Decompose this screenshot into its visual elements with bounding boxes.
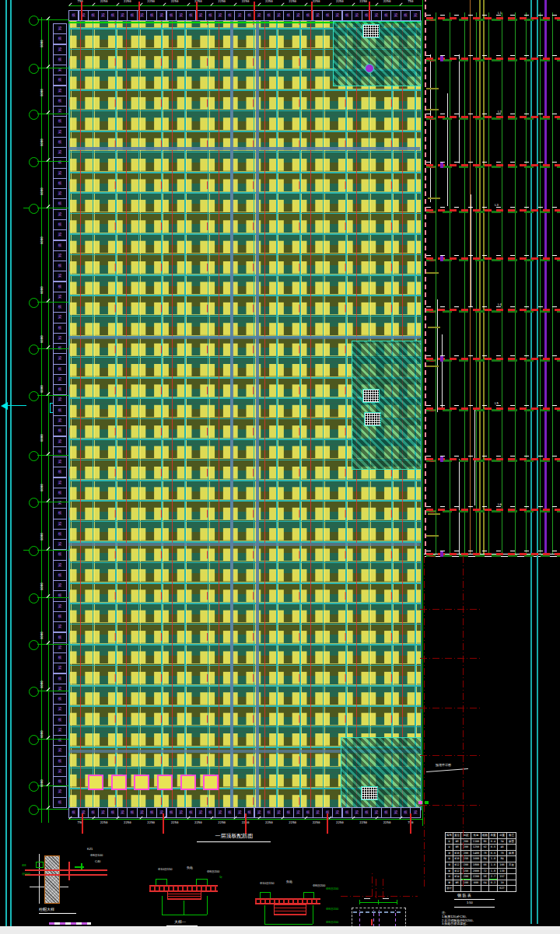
red-extension-tick: [369, 2, 370, 20]
grid-label-box: 板: [88, 10, 98, 21]
table-cell: 单重: [489, 833, 497, 838]
grid-label-box: 梁: [215, 807, 225, 818]
axis-dashdot-line: [376, 877, 376, 898]
mesh-symbol: [364, 412, 381, 426]
detail-slab-1[interactable]: ≈ 大样一: [146, 865, 240, 931]
grid-label-box: 梁: [53, 560, 67, 571]
table-cell: 0.4: [489, 839, 497, 845]
axis-tick-line: [37, 455, 68, 456]
table-caption-underline: [454, 899, 495, 900]
table-cell: 130: [498, 869, 506, 874]
sheet-title-underline: [197, 841, 271, 842]
beam-red-dashes: [426, 358, 560, 360]
plan-band-v1: [230, 20, 233, 809]
grid-label-box: 梁: [313, 807, 323, 818]
left-border-line-2: [10, 0, 12, 926]
grid-label-box: 板: [362, 807, 372, 818]
dim-text: 6000: [40, 681, 44, 689]
dim-text: 6000: [40, 89, 44, 97]
grid-label-box: 梁: [79, 10, 89, 21]
grid-label-box: 板: [53, 715, 67, 726]
table-cell: [453, 886, 460, 891]
dim-bracket: [162, 915, 207, 915]
table-cell: [507, 880, 516, 886]
beam-red-dashes: [426, 209, 560, 212]
axis-tick-line: [37, 550, 68, 551]
table-cell: [471, 886, 481, 891]
dim-text: 6000: [40, 187, 44, 195]
grid-label-box: 板: [127, 10, 137, 21]
grid-label-box: 板: [166, 10, 177, 21]
elevation-grid-line: [502, 12, 502, 554]
grid-label-box: 梁: [195, 807, 205, 818]
magenta-rebar-block: [180, 775, 196, 790]
dim-text: 6000: [40, 631, 44, 639]
table-cell: Φ12: [453, 869, 460, 874]
table-cell: 72: [481, 869, 488, 874]
axis-tick-line: [37, 161, 68, 162]
table-cell: 900: [471, 880, 481, 886]
grid-label-box: 板: [53, 178, 67, 189]
magenta-rebar-block: [203, 775, 219, 790]
grid-label-box: 梁: [313, 10, 323, 21]
leader-text: 预埋件详图: [436, 764, 451, 768]
beam-white-dashes: [426, 114, 560, 114]
axis-dashdot-line: [420, 658, 481, 659]
dim-text: 2250: [334, 821, 346, 825]
column-section: [44, 855, 60, 904]
grid-label-box: 梁: [53, 498, 67, 509]
magenta-rebar-block: [157, 775, 173, 790]
elevation-grid-line: [476, 12, 477, 554]
grid-label-box: 梁: [215, 10, 225, 21]
stirrup-mark: [81, 863, 82, 869]
leader-text: C40: [95, 860, 100, 864]
grid-label-box: 梁: [53, 44, 67, 55]
table-cell: Φ10: [453, 856, 460, 862]
grid-label-box: 板: [283, 807, 293, 818]
detail-column-cap[interactable]: 柱帽大样: [22, 844, 138, 929]
stirrup-mark: [36, 862, 44, 868]
rebar-mark: [68, 862, 70, 880]
grid-label-box: 梁: [79, 807, 89, 818]
grid-label-box: 梁: [53, 436, 67, 447]
grid-label-box: 梁: [53, 271, 67, 282]
red-extension-tick: [245, 813, 247, 834]
grid-label-box: 板: [107, 807, 117, 818]
table-cell: [507, 856, 516, 862]
cad-canvas[interactable]: 一层顶板配筋图 柱帽大样 ≈ 大样一: [0, 0, 560, 934]
hatched-region-bottom-right: [341, 737, 422, 810]
table-cell: 1.6: [489, 862, 497, 868]
table-cell: 2000: [471, 869, 481, 874]
table-cell: 1.0: [489, 856, 497, 862]
grid-label-box: 板: [381, 10, 391, 21]
leader-text-green: @100: [22, 873, 30, 876]
table-cell: 1100: [471, 839, 481, 845]
grid-label-box: 梁: [53, 580, 67, 591]
elevation-olive-tick: [426, 535, 439, 537]
axis-dashdot-line: [420, 708, 481, 708]
grid-label-box: 梁: [176, 10, 186, 21]
red-extension-tick: [163, 813, 164, 834]
grid-label-box: 板: [53, 611, 67, 622]
leader-text: Φ8@200: [207, 870, 219, 874]
grid-label-box: 梁: [53, 684, 67, 694]
axis-dashdot-line: [383, 877, 383, 898]
leader-text-green: Φ8: [22, 864, 26, 868]
beam-hook: [429, 407, 436, 411]
dim-text: 6000: [40, 730, 44, 738]
dim-text: 2250: [145, 0, 157, 4]
beam-white-dashes: [426, 15, 560, 16]
beam-block: [274, 903, 306, 915]
dim-text: 2250: [169, 821, 181, 825]
axis-tick-line: [37, 809, 68, 810]
table-cell: 1800: [471, 862, 481, 868]
grid-label-box: 梁: [53, 147, 67, 158]
grid-label-box: 梁: [254, 10, 264, 21]
dim-text: 2250: [357, 821, 369, 825]
rebar-table[interactable]: 编号直径间距长度根数单重总重备注①Φ82001100860.434板面②Φ820…: [445, 832, 516, 892]
table-cell: 长度: [471, 833, 481, 838]
beam-label: L3: [495, 204, 499, 208]
dim-text: 2250: [310, 821, 323, 825]
dim-text: 2250: [215, 821, 228, 825]
scale-bar: [49, 922, 91, 925]
